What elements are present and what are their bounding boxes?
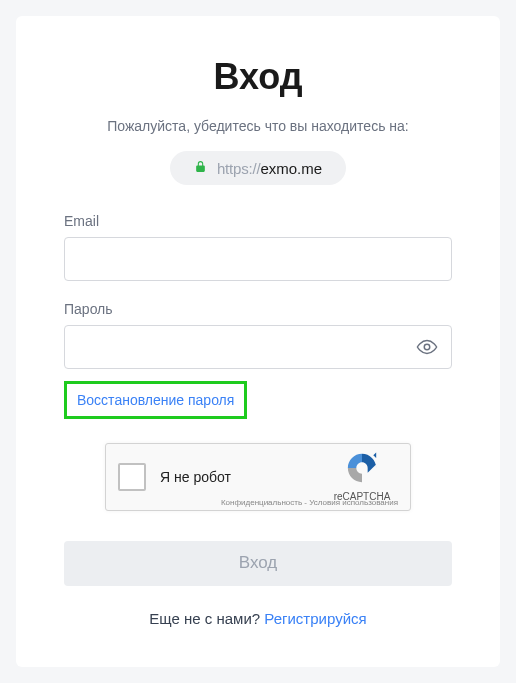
recaptcha-logo-icon [345,451,379,489]
recaptcha-branding: reCAPTCHA [326,451,398,502]
toggle-password-button[interactable] [412,332,442,362]
email-label: Email [64,213,452,229]
page-subtitle: Пожалуйста, убедитесь что вы находитесь … [64,116,452,137]
lock-icon [194,159,217,177]
footer: Еще не с нами? Регистрируйся [64,610,452,627]
login-button[interactable]: Вход [64,541,452,586]
email-field[interactable] [64,237,452,281]
recaptcha-terms: Конфиденциальность - Условия использован… [221,498,398,507]
url-prefix: https:// [217,160,260,177]
recaptcha-label: Я не робот [160,469,326,485]
svg-marker-1 [373,453,376,459]
password-field[interactable] [64,325,452,369]
recaptcha-widget: Я не робот reCAPTCHA Конфиденциальность … [105,443,411,511]
page-title: Вход [64,56,452,98]
svg-point-0 [424,344,430,350]
recaptcha-checkbox[interactable] [118,463,146,491]
forgot-password-highlight: Восстановление пароля [64,381,247,419]
password-label: Пароль [64,301,452,317]
register-link[interactable]: Регистрируйся [264,610,366,627]
footer-text: Еще не с нами? [149,610,264,627]
url-pill: https://exmo.me [170,151,346,185]
forgot-password-link[interactable]: Восстановление пароля [77,392,234,408]
login-card: Вход Пожалуйста, убедитесь что вы находи… [16,16,500,667]
url-domain: exmo.me [260,160,322,177]
eye-icon [416,336,438,358]
forgot-password-wrap: Восстановление пароля [64,381,452,419]
